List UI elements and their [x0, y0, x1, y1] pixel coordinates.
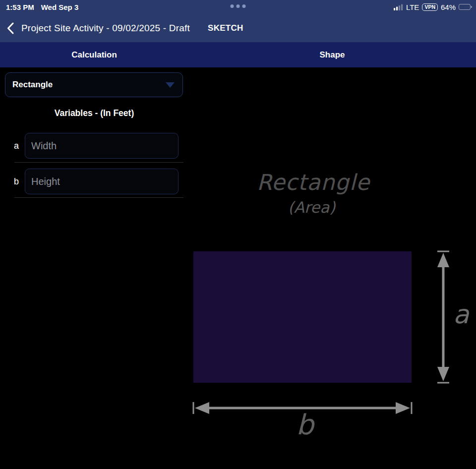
clock: 1:53 PM [6, 3, 34, 11]
shape-preview-title: Rectangle [239, 170, 388, 195]
width-dimension-label: b [288, 409, 322, 441]
nav-bar: Project Site Activity - 09/02/2025 - Dra… [0, 14, 476, 42]
tab-label: Shape [319, 50, 345, 60]
height-dimension-arrow-icon [434, 250, 452, 384]
page-title: Project Site Activity - 09/02/2025 - Dra… [21, 23, 190, 34]
shape-type-dropdown[interactable]: Rectangle [5, 72, 183, 97]
calculation-panel: Rectangle Variables - (In Feet) a b [0, 67, 188, 469]
height-dimension-label: a [453, 299, 476, 329]
shape-preview-panel: Rectangle (Area) a b [188, 67, 476, 469]
status-left: 1:53 PM Wed Sep 3 [0, 3, 78, 11]
content-area: Rectangle Variables - (In Feet) a b Rect… [0, 67, 476, 469]
tab-bar: Calculation Shape [0, 42, 476, 67]
shape-type-selected-value: Rectangle [12, 80, 53, 90]
app-screen: 1:53 PM Wed Sep 3 LTE VPN 64% [0, 0, 476, 469]
rectangle-shape-preview [193, 251, 412, 383]
back-chevron-icon [7, 22, 14, 34]
height-input[interactable] [25, 169, 178, 194]
multitasking-dots-icon[interactable] [231, 4, 246, 8]
shape-preview-subtitle: (Area) [239, 198, 384, 216]
variable-label-a: a [14, 133, 23, 159]
variable-label-b: b [14, 169, 23, 194]
signal-strength-icon [394, 4, 403, 10]
sketch-nav-label[interactable]: SKETCH [208, 23, 243, 33]
vpn-badge: VPN [422, 3, 438, 11]
tab-shape[interactable]: Shape [188, 42, 476, 67]
date: Wed Sep 3 [41, 3, 79, 11]
battery-icon [459, 4, 472, 10]
divider [14, 197, 183, 198]
status-right: LTE VPN 64% [394, 0, 472, 14]
top-chrome: 1:53 PM Wed Sep 3 LTE VPN 64% [0, 0, 476, 42]
variables-heading: Variables - (In Feet) [0, 108, 188, 118]
dropdown-caret-icon [166, 82, 175, 88]
tab-label: Calculation [71, 50, 117, 60]
width-input[interactable] [25, 133, 178, 159]
carrier-label: LTE [406, 3, 419, 11]
tab-calculation[interactable]: Calculation [0, 42, 188, 67]
back-button[interactable] [7, 22, 14, 34]
status-bar: 1:53 PM Wed Sep 3 LTE VPN 64% [0, 0, 476, 14]
divider [14, 162, 183, 163]
battery-percent: 64% [441, 3, 456, 11]
